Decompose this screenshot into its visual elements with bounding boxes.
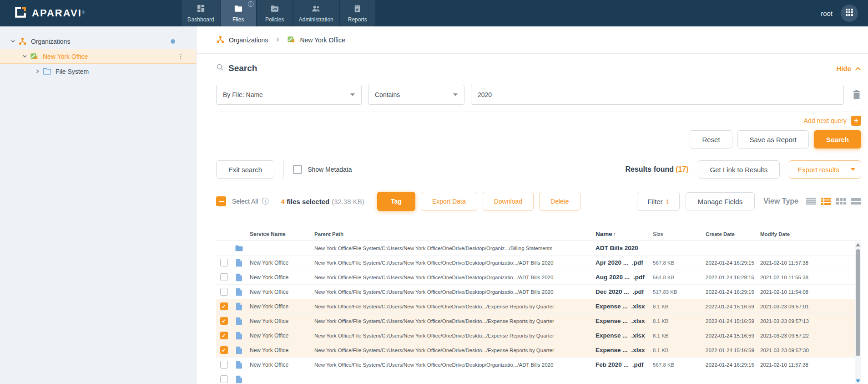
select-all-checkbox[interactable] <box>216 196 226 206</box>
row-checkbox[interactable] <box>220 288 228 296</box>
table-row[interactable]: New York Office New York Office/File Sys… <box>216 358 861 372</box>
scroll-up-icon[interactable] <box>856 243 860 246</box>
cell-parent-path: New York Office/File System/C:/Users/New… <box>313 275 594 280</box>
reset-button[interactable]: Reset <box>690 130 732 148</box>
search-query-input[interactable] <box>471 85 844 105</box>
row-checkbox[interactable] <box>220 273 228 281</box>
table-row[interactable]: New York Office New York Office/File Sys… <box>216 285 861 299</box>
sidebar-item-new-york-office[interactable]: New York Office ⋮ <box>0 49 196 64</box>
cell-create-date: 2022-01-24 16:29:15 <box>706 289 758 295</box>
table-row[interactable]: New York Office New York Office/File Sys… <box>216 270 861 285</box>
row-checkbox[interactable] <box>220 361 228 369</box>
row-checkbox[interactable] <box>220 259 228 266</box>
add-next-query-link[interactable]: Add next query <box>804 117 847 124</box>
column-header-parent-path[interactable]: Parent Path <box>313 231 594 237</box>
large-rows-view-icon[interactable] <box>851 197 861 205</box>
info-icon[interactable]: ⓘ <box>248 1 254 7</box>
detail-list-view-icon[interactable] <box>821 197 831 205</box>
table-row[interactable]: New York Office New York Office/File Sys… <box>216 299 861 314</box>
list-view-icon[interactable] <box>806 197 816 205</box>
exit-search-button[interactable]: Exit search <box>216 160 274 179</box>
username-label[interactable]: root <box>821 10 833 17</box>
scrollbar-thumb[interactable] <box>856 249 860 356</box>
column-header-modify-date[interactable]: Modify Date <box>758 231 822 237</box>
get-link-to-results-button[interactable]: Get Link to Results <box>698 160 780 179</box>
nav-tabs: Dashboard ⓘ Files <box>182 0 375 26</box>
cell-parent-path: New York Office/File System/C:/Users/New… <box>313 260 594 266</box>
file-icon <box>236 273 242 282</box>
table-row[interactable]: New York Office New York Office/File Sys… <box>216 343 861 358</box>
scroll-down-icon[interactable] <box>856 379 860 383</box>
cell-create-date: 2022-01-24 16:29:15 <box>706 275 758 280</box>
office-aggregator-icon <box>287 35 296 45</box>
info-icon[interactable]: ⓘ <box>262 197 269 206</box>
table-row[interactable]: New York Office New York Office/File Sys… <box>216 328 861 343</box>
cell-size: 8.1 KB <box>651 333 706 338</box>
administration-icon <box>311 4 321 15</box>
sidebar-item-organizations[interactable]: Organizations <box>0 34 196 49</box>
chevron-down-icon[interactable] <box>851 168 855 171</box>
search-icon <box>216 63 224 73</box>
table-row[interactable]: New York Office/File System/C:/Users/New… <box>216 241 861 256</box>
chevron-down-icon[interactable] <box>8 39 17 44</box>
cell-modify-date: 2021-03-23 09:57:30 <box>758 348 822 353</box>
row-checkbox[interactable] <box>220 317 228 325</box>
tab-policies[interactable]: Policies <box>257 0 293 26</box>
tab-reports[interactable]: Reports <box>340 0 375 26</box>
view-type-label: View Type <box>763 197 798 205</box>
brand-text: APARAVI <box>32 7 82 19</box>
cell-size: 564.8 KB <box>651 275 706 280</box>
grid-view-icon[interactable] <box>836 197 846 205</box>
row-checkbox[interactable] <box>220 332 228 339</box>
trash-icon[interactable] <box>852 90 861 100</box>
tag-button[interactable]: Tag <box>377 192 415 211</box>
tab-dashboard[interactable]: Dashboard <box>182 0 220 26</box>
download-button[interactable]: Download <box>483 192 534 211</box>
cell-parent-path: New York Office/File System/C:/Users/New… <box>313 362 594 368</box>
manage-fields-button[interactable]: Manage Fields <box>686 192 755 210</box>
apps-grid-button[interactable] <box>841 5 858 22</box>
hide-search-link[interactable]: Hide <box>836 65 861 72</box>
tab-administration[interactable]: Administration <box>293 0 339 26</box>
tab-files[interactable]: ⓘ Files <box>221 0 256 26</box>
table-scrollbar[interactable] <box>855 242 861 384</box>
column-header-create-date[interactable]: Create Date <box>706 231 758 237</box>
chevron-down-icon <box>453 93 458 96</box>
save-as-report-button[interactable]: Save as Report <box>737 130 809 148</box>
cell-modify-date: 2021-02-10 11:57:38 <box>758 362 822 368</box>
chevron-up-icon <box>855 65 861 72</box>
delete-button[interactable]: Delete <box>539 192 580 211</box>
table-row[interactable] <box>216 372 861 384</box>
breadcrumb: Organizations › New York Office <box>197 26 868 54</box>
column-header-size[interactable]: Size <box>651 231 706 237</box>
folder-icon <box>235 245 243 252</box>
table-row[interactable]: New York Office New York Office/File Sys… <box>216 314 861 328</box>
search-operator-dropdown[interactable]: Contains <box>368 85 464 105</box>
row-checkbox[interactable] <box>220 346 228 354</box>
sidebar-item-file-system[interactable]: File System <box>0 64 196 79</box>
show-metadata-checkbox[interactable] <box>293 165 302 174</box>
add-query-plus-icon[interactable]: + <box>851 116 861 126</box>
cell-parent-path: New York Office/File System/C:/Users/New… <box>313 304 594 309</box>
cell-modify-date: 2021-03-23 09:57:13 <box>758 318 822 324</box>
cell-create-date: 2022-01-24 15:16:59 <box>706 304 758 309</box>
select-all-label: Select All <box>232 198 258 205</box>
kebab-menu-icon[interactable]: ⋮ <box>177 53 184 60</box>
row-checkbox[interactable] <box>220 375 228 383</box>
search-field-dropdown[interactable]: By File: Name <box>216 85 362 105</box>
export-data-button[interactable]: Export Data <box>421 192 477 211</box>
table-row[interactable]: New York Office New York Office/File Sys… <box>216 256 861 270</box>
search-button[interactable]: Search <box>814 130 861 148</box>
row-checkbox[interactable] <box>220 302 228 310</box>
chevron-right-icon[interactable] <box>33 69 42 74</box>
export-results-button[interactable]: Export results <box>789 160 861 179</box>
column-header-name[interactable]: Name↑ <box>594 230 651 237</box>
breadcrumb-item-organizations[interactable]: Organizations <box>216 35 268 45</box>
column-header-service-name[interactable]: Service Name <box>246 231 313 237</box>
filter-button[interactable]: Filter1 <box>637 192 680 211</box>
cell-size: 517.83 KB <box>651 289 706 295</box>
breadcrumb-item-new-york-office[interactable]: New York Office <box>287 35 345 45</box>
cell-service-name: New York Office <box>246 347 313 353</box>
cell-create-date: 2022-01-24 16:29:15 <box>706 362 758 368</box>
chevron-down-icon[interactable] <box>20 54 29 59</box>
